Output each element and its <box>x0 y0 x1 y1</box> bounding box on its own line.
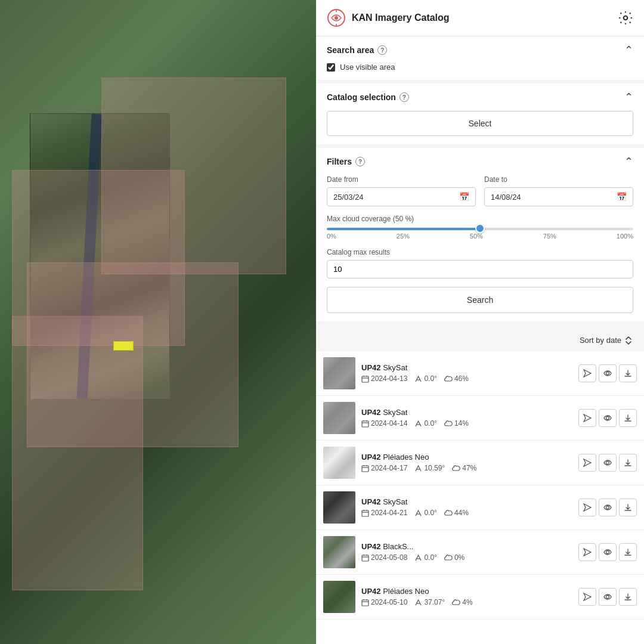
result-angle: 0.0° <box>414 509 436 517</box>
result-item[interactable]: UP42 Pléiades Neo 2024-04-17 10.59° 47% <box>316 441 644 485</box>
date-to-wrapper: 📅 <box>484 187 633 206</box>
slider-thumb[interactable] <box>475 224 485 233</box>
date-from-group: Date from 📅 <box>327 175 476 206</box>
result-thumbnail <box>323 536 355 568</box>
download-button[interactable] <box>619 454 637 472</box>
result-title: UP42 SkySat <box>361 363 572 372</box>
locate-button[interactable] <box>578 588 596 606</box>
result-thumbnail <box>323 581 355 613</box>
slider-track <box>327 228 633 230</box>
catalog-selection-title: Catalog selection ? <box>327 92 409 102</box>
calendar-icon <box>361 599 369 606</box>
result-item[interactable]: UP42 Pléiades Neo 2024-05-10 37.07° 4% <box>316 575 644 620</box>
search-area-help[interactable]: ? <box>377 45 387 55</box>
date-to-input[interactable] <box>491 193 613 202</box>
use-visible-area-checkbox[interactable] <box>327 63 335 72</box>
locate-button[interactable] <box>578 454 596 472</box>
slider-fill <box>327 228 480 230</box>
cloud-coverage-label: Max cloud coverage (50 %) <box>327 215 633 223</box>
calendar-icon <box>361 420 369 428</box>
preview-button[interactable] <box>599 454 617 472</box>
locate-button[interactable] <box>578 543 596 561</box>
result-cloud: 47% <box>452 464 476 472</box>
download-button[interactable] <box>619 409 637 427</box>
result-item[interactable]: UP42 SkySat 2024-04-13 0.0° 46% <box>316 351 644 396</box>
result-item[interactable]: UP42 SkySat 2024-04-21 0.0° 44% <box>316 485 644 530</box>
angle-icon <box>414 599 422 606</box>
search-button[interactable]: Search <box>327 287 633 313</box>
result-info: UP42 BlackS... 2024-05-08 0.0° 0% <box>361 542 572 562</box>
catalog-selection-help[interactable]: ? <box>400 92 409 102</box>
result-title: UP42 Pléiades Neo <box>361 587 572 596</box>
result-title: UP42 SkySat <box>361 408 572 417</box>
result-cloud: 44% <box>444 509 469 517</box>
result-cloud: 46% <box>444 374 469 383</box>
locate-button[interactable] <box>578 364 596 382</box>
result-info: UP42 Pléiades Neo 2024-04-17 10.59° 47% <box>361 453 572 472</box>
use-visible-area-row: Use visible area <box>327 63 633 72</box>
cloud-icon <box>444 555 453 561</box>
panel-body: Search area ? ⌃ Use visible area Catalog… <box>316 36 644 330</box>
location-marker <box>113 341 134 351</box>
result-item[interactable]: UP42 SkySat 2024-04-14 0.0° 14% <box>316 396 644 441</box>
max-results-input[interactable] <box>327 260 633 278</box>
cloud-icon <box>444 510 453 516</box>
filters-header[interactable]: Filters ? ⌃ <box>327 156 633 167</box>
preview-button[interactable] <box>599 588 617 606</box>
calendar-icon <box>361 509 369 517</box>
date-to-calendar-icon[interactable]: 📅 <box>617 192 627 202</box>
result-actions <box>578 454 637 472</box>
result-info: UP42 SkySat 2024-04-21 0.0° 44% <box>361 497 572 517</box>
catalog-selection-chevron: ⌃ <box>624 92 633 103</box>
settings-icon[interactable] <box>618 10 633 26</box>
svg-rect-29 <box>362 510 369 516</box>
search-area-header[interactable]: Search area ? ⌃ <box>327 45 633 55</box>
result-cloud: 0% <box>444 553 465 562</box>
preview-button[interactable] <box>599 499 617 516</box>
sort-by-date-button[interactable]: Sort by date <box>580 336 633 345</box>
download-button[interactable] <box>619 588 637 606</box>
result-cloud: 4% <box>452 598 472 606</box>
download-button[interactable] <box>619 499 637 516</box>
date-from-input[interactable] <box>333 193 456 202</box>
result-info: UP42 SkySat 2024-04-14 0.0° 14% <box>361 408 572 428</box>
svg-point-27 <box>606 461 609 464</box>
sidebar-panel: KAN Imagery Catalog Search area ? ⌃ Use … <box>316 0 644 644</box>
result-date: 2024-04-14 <box>361 419 407 428</box>
map-container[interactable] <box>0 0 316 644</box>
locate-button[interactable] <box>578 499 596 516</box>
date-from-calendar-icon[interactable]: 📅 <box>459 192 469 202</box>
svg-marker-42 <box>584 549 591 556</box>
angle-icon <box>414 420 422 428</box>
search-area-title: Search area ? <box>327 45 387 55</box>
result-angle: 37.07° <box>414 598 445 606</box>
catalog-selection-header[interactable]: Catalog selection ? ⌃ <box>327 92 633 103</box>
svg-rect-45 <box>362 600 369 606</box>
result-actions <box>578 543 637 561</box>
date-from-label: Date from <box>327 175 476 184</box>
result-angle: 10.59° <box>414 464 445 472</box>
svg-rect-5 <box>362 376 369 382</box>
filters-help[interactable]: ? <box>355 157 365 166</box>
result-item[interactable]: UP42 BlackS... 2024-05-08 0.0° 0% <box>316 530 644 575</box>
cloud-slider-container <box>327 228 633 230</box>
header-left: KAN Imagery Catalog <box>327 8 450 27</box>
select-catalog-button[interactable]: Select <box>327 111 633 136</box>
preview-button[interactable] <box>599 543 617 561</box>
app-logo-icon <box>327 8 346 27</box>
download-button[interactable] <box>619 364 637 382</box>
svg-point-51 <box>606 595 609 598</box>
slider-labels: 0% 25% 50% 75% 100% <box>327 233 633 240</box>
download-button[interactable] <box>619 543 637 561</box>
result-date: 2024-05-10 <box>361 598 407 606</box>
result-actions <box>578 364 637 382</box>
cloud-icon <box>452 465 460 472</box>
preview-button[interactable] <box>599 364 617 382</box>
result-angle: 0.0° <box>414 374 436 383</box>
locate-button[interactable] <box>578 409 596 427</box>
search-area-section: Search area ? ⌃ Use visible area <box>316 36 644 80</box>
preview-button[interactable] <box>599 409 617 427</box>
result-date: 2024-04-21 <box>361 509 407 517</box>
calendar-icon <box>361 554 369 562</box>
svg-point-19 <box>606 416 609 419</box>
